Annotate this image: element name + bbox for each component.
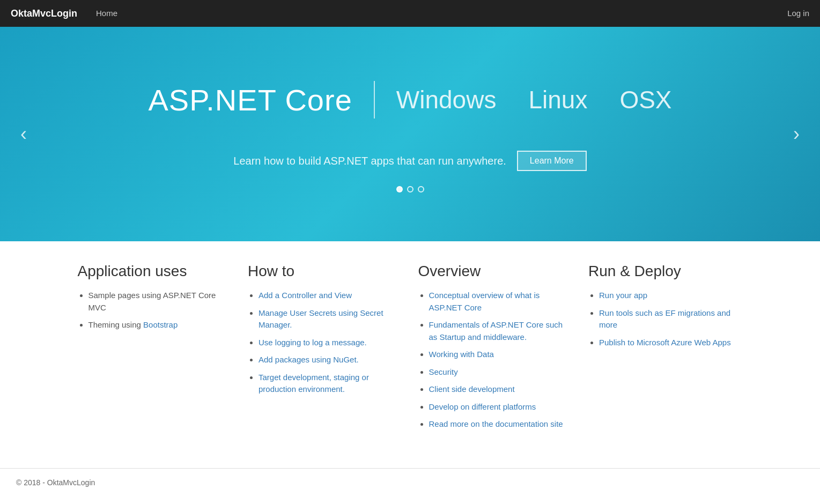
list-item: Fundamentals of ASP.NET Core such as Sta… xyxy=(429,319,573,343)
platform-osx: OSX xyxy=(619,85,671,114)
list-item: Run tools such as EF migrations and more xyxy=(599,307,743,331)
navbar: OktaMvcLogin Home Log in xyxy=(0,0,820,27)
platform-windows: Windows xyxy=(396,85,497,114)
list-item: Add a Controller and View xyxy=(258,290,402,302)
run-deploy-link-2[interactable]: Run tools such as EF migrations and more xyxy=(599,308,730,330)
overview-list: Conceptual overview of what is ASP.NET C… xyxy=(418,290,573,431)
overview-heading: Overview xyxy=(418,263,573,280)
content-grid: Application uses Sample pages using ASP.… xyxy=(62,241,759,468)
overview-link-2[interactable]: Fundamentals of ASP.NET Core such as Sta… xyxy=(429,320,563,342)
carousel-title-row: ASP.NET Core Windows Linux OSX xyxy=(148,81,671,118)
footer-text: © 2018 - OktaMvcLogin xyxy=(16,478,95,487)
run-deploy-heading: Run & Deploy xyxy=(588,263,743,280)
overview-link-1[interactable]: Conceptual overview of what is ASP.NET C… xyxy=(429,291,540,312)
list-item: Conceptual overview of what is ASP.NET C… xyxy=(429,290,573,314)
how-to-link-1[interactable]: Add a Controller and View xyxy=(258,291,352,300)
carousel-next-button[interactable]: › xyxy=(784,117,809,151)
platform-linux: Linux xyxy=(528,85,587,114)
carousel-dot-1[interactable] xyxy=(396,186,403,192)
carousel-main-title: ASP.NET Core xyxy=(148,83,352,117)
app-use-item-2-prefix: Theming using xyxy=(88,320,144,329)
carousel-prev-button[interactable]: ‹ xyxy=(11,117,36,151)
overview-column: Overview Conceptual overview of what is … xyxy=(418,263,573,436)
carousel-dot-2[interactable] xyxy=(407,186,413,192)
how-to-list: Add a Controller and View Manage User Se… xyxy=(248,290,402,396)
overview-link-4[interactable]: Security xyxy=(429,367,458,376)
overview-link-3[interactable]: Working with Data xyxy=(429,350,494,359)
nav-item-home: Home xyxy=(88,0,125,27)
list-item: Theming using Bootstrap xyxy=(88,319,232,331)
overview-link-6[interactable]: Develop on different platforms xyxy=(429,402,536,411)
list-item: Use logging to log a message. xyxy=(258,337,402,349)
overview-link-5[interactable]: Client side development xyxy=(429,384,515,394)
application-uses-heading: Application uses xyxy=(78,263,232,280)
list-item: Security xyxy=(429,366,573,379)
how-to-column: How to Add a Controller and View Manage … xyxy=(248,263,402,436)
list-item: Add packages using NuGet. xyxy=(258,354,402,366)
list-item: Working with Data xyxy=(429,349,573,361)
carousel-dots xyxy=(396,186,424,192)
how-to-link-2[interactable]: Manage User Secrets using Secret Manager… xyxy=(258,308,383,330)
list-item: Read more on the documentation site xyxy=(429,418,573,431)
carousel-divider xyxy=(374,81,375,118)
carousel-dot-3[interactable] xyxy=(418,186,424,192)
how-to-link-4[interactable]: Add packages using NuGet. xyxy=(258,355,359,364)
footer: © 2018 - OktaMvcLogin xyxy=(0,468,820,496)
overview-link-7[interactable]: Read more on the documentation site xyxy=(429,419,563,428)
app-use-item-1: Sample pages using ASP.NET Core MVC xyxy=(88,291,216,312)
nav-link-home[interactable]: Home xyxy=(88,0,125,27)
carousel-subtitle-area: Learn how to build ASP.NET apps that can… xyxy=(233,151,586,171)
login-link[interactable]: Log in xyxy=(787,9,809,18)
carousel-subtitle-text: Learn how to build ASP.NET apps that can… xyxy=(233,155,506,167)
application-uses-column: Application uses Sample pages using ASP.… xyxy=(78,263,232,436)
list-item: Target development, staging or productio… xyxy=(258,372,402,396)
learn-more-button[interactable]: Learn More xyxy=(517,151,587,171)
application-uses-list: Sample pages using ASP.NET Core MVC Them… xyxy=(78,290,232,331)
run-deploy-link-1[interactable]: Run your app xyxy=(599,291,647,300)
how-to-link-3[interactable]: Use logging to log a message. xyxy=(258,338,367,347)
nav-links: Home xyxy=(88,0,125,27)
run-deploy-column: Run & Deploy Run your app Run tools such… xyxy=(588,263,743,436)
carousel-platforms: Windows Linux OSX xyxy=(396,85,672,114)
how-to-heading: How to xyxy=(248,263,402,280)
bootstrap-link[interactable]: Bootstrap xyxy=(143,320,178,329)
list-item: Manage User Secrets using Secret Manager… xyxy=(258,307,402,331)
how-to-link-5[interactable]: Target development, staging or productio… xyxy=(258,373,369,394)
carousel: ‹ › ASP.NET Core Windows Linux OSX Learn… xyxy=(0,27,820,241)
navbar-right: Log in xyxy=(787,9,809,18)
list-item: Develop on different platforms xyxy=(429,401,573,413)
navbar-brand[interactable]: OktaMvcLogin xyxy=(11,8,77,19)
run-deploy-link-3[interactable]: Publish to Microsoft Azure Web Apps xyxy=(599,338,731,347)
list-item: Run your app xyxy=(599,290,743,302)
run-deploy-list: Run your app Run tools such as EF migrat… xyxy=(588,290,743,349)
list-item: Client side development xyxy=(429,383,573,396)
list-item: Sample pages using ASP.NET Core MVC xyxy=(88,290,232,314)
list-item: Publish to Microsoft Azure Web Apps xyxy=(599,337,743,349)
